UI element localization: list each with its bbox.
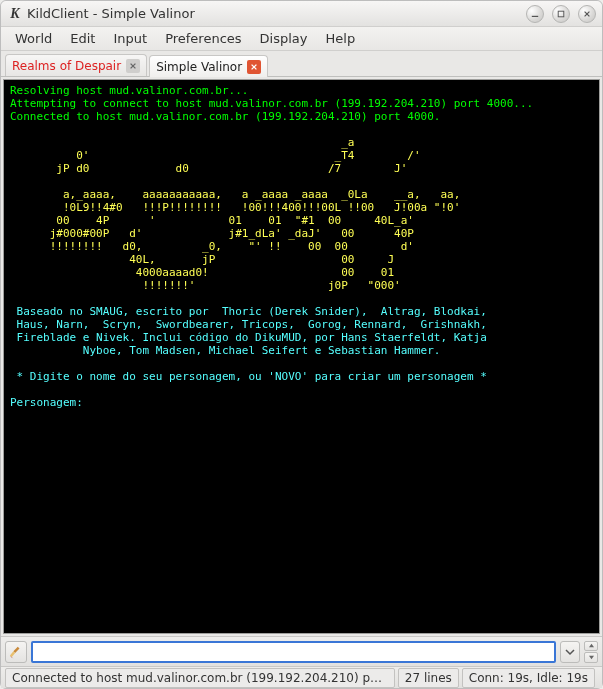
status-connection: Connected to host mud.valinor.com.br (19… (5, 668, 395, 688)
chevron-down-icon (588, 655, 595, 660)
maximize-button[interactable] (552, 5, 570, 23)
spinner-down-button[interactable] (584, 652, 598, 663)
chevron-up-icon (588, 643, 595, 648)
terminal-line: Resolving host mud.valinor.com.br... (10, 84, 593, 97)
broom-icon (9, 645, 23, 659)
statusbar: Connected to host mud.valinor.com.br (19… (1, 666, 602, 688)
terminal-output[interactable]: Resolving host mud.valinor.com.br... Att… (3, 79, 600, 634)
terminal-line: Attempting to connect to host mud.valino… (10, 97, 593, 110)
terminal-ascii-art: _a 0' _T4 /' jP d0 d0 /7 J' a,_aaaa, aaa… (10, 123, 593, 292)
line-spinner (584, 641, 598, 663)
tabbar: Realms of Despair Simple Valinor (1, 51, 602, 77)
close-button[interactable] (578, 5, 596, 23)
status-lines: 27 lines (398, 668, 459, 688)
menubar: World Edit Input Preferences Display Hel… (1, 27, 602, 51)
status-timing: Conn: 19s, Idle: 19s (462, 668, 595, 688)
menu-world[interactable]: World (7, 28, 60, 49)
tab-close-icon[interactable] (126, 59, 140, 73)
terminal-container: Resolving host mud.valinor.com.br... Att… (1, 77, 602, 636)
chevron-down-icon (565, 647, 575, 657)
menu-input[interactable]: Input (105, 28, 155, 49)
menu-help[interactable]: Help (318, 28, 364, 49)
titlebar: K KildClient - Simple Valinor (1, 1, 602, 27)
input-row (1, 636, 602, 666)
tab-simple-valinor[interactable]: Simple Valinor (149, 55, 268, 77)
tab-label: Simple Valinor (156, 60, 242, 74)
command-input[interactable] (31, 641, 556, 663)
clear-button[interactable] (5, 641, 27, 663)
tab-realms-of-despair[interactable]: Realms of Despair (5, 54, 147, 76)
app-icon: K (7, 6, 23, 22)
terminal-line: Connected to host mud.valinor.com.br (19… (10, 110, 593, 123)
window-title: KildClient - Simple Valinor (27, 6, 518, 21)
app-window: K KildClient - Simple Valinor World Edit… (0, 0, 603, 689)
terminal-credits: Baseado no SMAUG, escrito por Thoric (De… (10, 292, 593, 409)
tab-close-icon[interactable] (247, 60, 261, 74)
tab-label: Realms of Despair (12, 59, 121, 73)
history-dropdown-button[interactable] (560, 641, 580, 663)
menu-preferences[interactable]: Preferences (157, 28, 249, 49)
minimize-button[interactable] (526, 5, 544, 23)
svg-rect-1 (558, 11, 564, 17)
spinner-up-button[interactable] (584, 641, 598, 652)
menu-edit[interactable]: Edit (62, 28, 103, 49)
menu-display[interactable]: Display (252, 28, 316, 49)
